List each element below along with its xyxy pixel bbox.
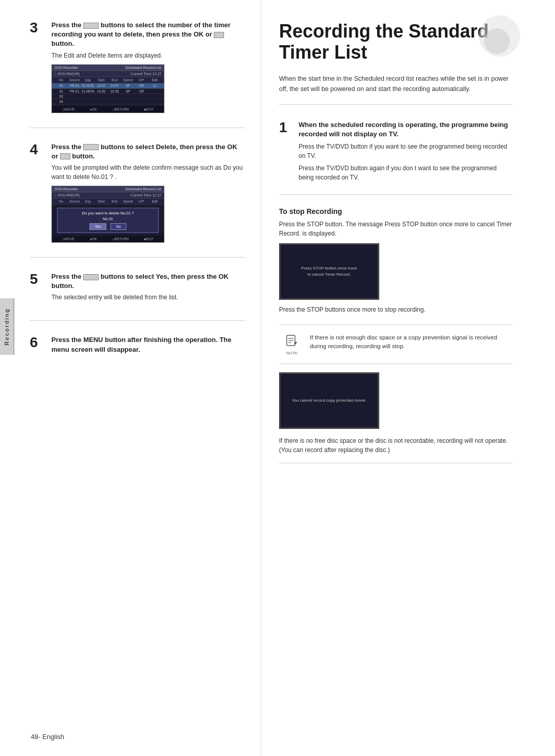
stop-recording-screen-text: Press STOP button once more to cancel Ti… — [301, 265, 357, 278]
note-screen-inner: You cannot record copy protected movie. — [281, 374, 378, 427]
screen-sub-right-4: Current Time 12:27 — [131, 193, 161, 197]
screen-row-4: 04 — [52, 99, 164, 104]
note-text-content: If there is not enough disc space or a c… — [310, 333, 512, 351]
screen-header-right-3: Scheduled Record List — [125, 66, 161, 69]
screen-header-3: DVD-Recorder Scheduled Record List — [52, 65, 164, 71]
stop-recording-desc: Press the STOP button. The message Press… — [279, 220, 512, 238]
note-section: NOTE If there is not enough disc space o… — [279, 333, 512, 364]
step-5-number: 5 — [30, 272, 46, 306]
screen-row-1: 01 PR 01 01.SUN 12:07 14:07 SP Off ☑ — [52, 83, 164, 89]
right-step-1: 1 When the scheduled recording is operat… — [279, 120, 512, 195]
section-title: Recording the Standard Timer List — [279, 21, 512, 63]
screen-sub-left-4: ○ DVD-RW(VR) — [54, 193, 80, 197]
step-4-desc: You will be prompted with the delete con… — [51, 163, 245, 182]
dialog-no: No — [110, 223, 126, 230]
step-4-number: 4 — [30, 142, 46, 243]
step-5: 5 Press the buttons to select Yes, then … — [30, 272, 245, 321]
stop-recording-section: To stop Recording Press the STOP button.… — [279, 207, 512, 325]
screen-header-left-3: DVD-Recorder — [54, 66, 78, 69]
stop-recording-screen: Press STOP button once more to cancel Ti… — [279, 243, 379, 300]
right-step-1-desc2: Press the TV/DVD button again if you don… — [299, 164, 512, 182]
screen-header-4: DVD-Recorder Scheduled Record List — [52, 186, 164, 192]
step-6-number: 6 — [30, 335, 46, 356]
screen-header-right-4: Scheduled Record List — [125, 187, 161, 191]
step-3-title: Press the buttons to select the number o… — [51, 21, 245, 49]
dialog-text: Do you want to delete No.01 ? — [62, 211, 154, 215]
screen-table-header-4: No Source Day Start End Speed V/P Edit — [52, 199, 164, 205]
right-step-1-number: 1 — [279, 120, 293, 182]
stop-recording-title: To stop Recording — [279, 207, 512, 215]
step-4-content: Press the buttons to select Delete, then… — [51, 142, 245, 243]
main-content: 3 Press the buttons to select the number… — [14, 0, 555, 756]
stop-recording-after-text: Press the STOP buttons once more to stop… — [279, 305, 512, 314]
step-6-title: Press the MENU button after finishing th… — [51, 335, 245, 354]
sidebar-tab: Recording — [0, 298, 14, 355]
screen-header-left-4: DVD-Recorder — [54, 187, 78, 191]
stop-recording-screen-inner: Press STOP button once more to cancel Ti… — [281, 245, 378, 298]
screen-row-3: 03 — [52, 94, 164, 99]
note-label: NOTE — [286, 351, 298, 355]
screen-table-header-3: No Source Day Start End Speed V/P Edit — [52, 77, 164, 83]
step-6: 6 Press the MENU button after finishing … — [30, 335, 245, 370]
screen-sub-left-3: ○ DVD-RW(VR) — [54, 72, 80, 76]
right-step-1-title: When the scheduled recording is operatin… — [299, 120, 512, 139]
page-container: Recording 3 Press the buttons to select … — [0, 0, 555, 756]
note-icon — [284, 333, 300, 350]
note-screen-text: You cannot record copy protected movie. — [292, 398, 366, 404]
screen-subheader-4: ○ DVD-RW(VR) Current Time 12:27 — [52, 192, 164, 199]
note-screen: You cannot record copy protected movie. — [279, 372, 379, 429]
step-4-title: Press the buttons to select Delete, then… — [51, 142, 245, 161]
screen-mockup-4: DVD-Recorder Scheduled Record List ○ DVD… — [51, 186, 164, 243]
step-3-desc: The Edit and Delete items are displayed. — [51, 51, 245, 60]
screen-mockup-3: DVD-Recorder Scheduled Record List ○ DVD… — [51, 64, 164, 113]
screen-footer-4: ◇MOVE ●OK ◁RETURN ■EXIT — [52, 236, 164, 242]
note-text: If there is not enough disc space or a c… — [310, 333, 512, 351]
section-intro: When the start time in the Scheduled rec… — [279, 74, 512, 105]
step-5-desc: The selected entry will be deleted from … — [51, 293, 245, 302]
heading-decoration-inner — [484, 28, 510, 54]
screen-subheader-3: ○ DVD-RW(VR) Current Time 12:27 — [52, 71, 164, 77]
right-step-1-content: When the scheduled recording is operatin… — [299, 120, 512, 182]
delete-dialog: Do you want to delete No.01 ? No.01 Yes … — [57, 208, 159, 233]
step-5-title: Press the buttons to select Yes, then pr… — [51, 272, 245, 291]
step-4: 4 Press the buttons to select Delete, th… — [30, 142, 245, 258]
note-svg-icon — [285, 334, 299, 349]
left-column: 3 Press the buttons to select the number… — [14, 0, 261, 756]
right-step-1-desc1: Press the TV/DVD button if you want to s… — [299, 142, 512, 160]
step-5-content: Press the buttons to select Yes, then pr… — [51, 272, 245, 306]
step-3: 3 Press the buttons to select the number… — [30, 21, 245, 128]
dialog-buttons: Yes No — [62, 223, 154, 230]
screen-row-2: 02 PR 01 01.MON 14:30 16:30 SP Off — [52, 89, 164, 94]
note-icon-area: NOTE — [279, 333, 305, 355]
step-3-number: 3 — [30, 21, 46, 113]
screen-footer-3: ◇MOVE ●OK ◁RETURN ■EXIT — [52, 106, 164, 113]
right-column: Recording the Standard Timer List When t… — [261, 0, 530, 756]
dialog-label: No.01 — [62, 217, 154, 221]
page-number: 48- English — [31, 733, 64, 741]
note-footer-text: If there is no free disc space or the di… — [279, 436, 512, 463]
dialog-yes: Yes — [89, 223, 106, 230]
screen-sub-right-3: Current Time 12:27 — [131, 72, 161, 76]
sidebar-label: Recording — [4, 308, 10, 345]
step-6-content: Press the MENU button after finishing th… — [51, 335, 245, 356]
step-3-content: Press the buttons to select the number o… — [51, 21, 245, 113]
